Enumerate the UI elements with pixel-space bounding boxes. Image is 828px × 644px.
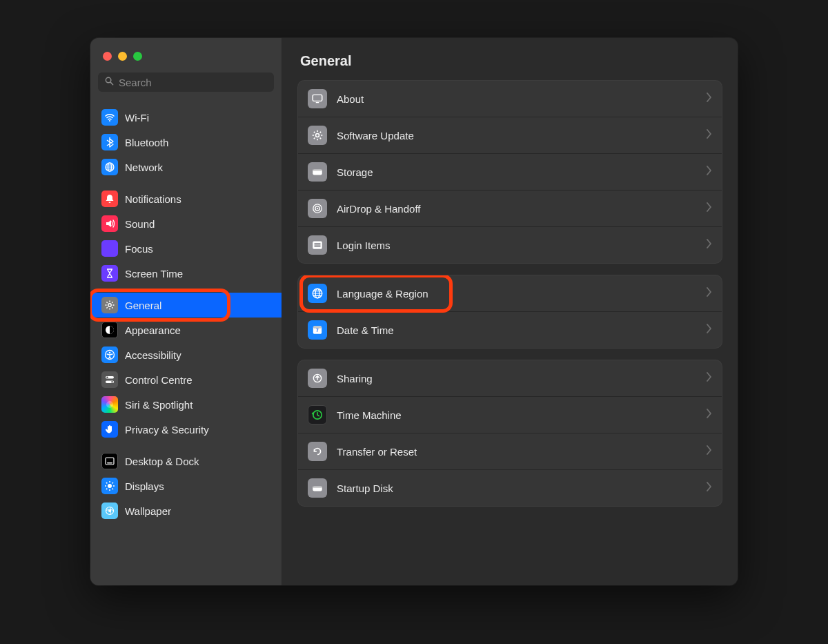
sidebar-item-privacy-security[interactable]: Privacy & Security [90, 417, 282, 442]
main-header: General [282, 38, 738, 80]
brightness-icon [101, 478, 118, 494]
sidebar-item-label: Wallpaper [125, 505, 171, 517]
close-button[interactable] [103, 52, 112, 61]
chevron-right-icon [707, 445, 712, 458]
sidebar-item-wifi[interactable]: Wi-Fi [90, 105, 282, 130]
settings-window: Wi-FiBluetoothNetworkNotificationsSoundF… [90, 38, 738, 585]
row-label: About [337, 93, 697, 105]
sidebar-item-label: Privacy & Security [125, 424, 209, 436]
siri-icon [101, 396, 118, 413]
globe-icon [101, 159, 118, 175]
row-language-region[interactable]: Language & Region [298, 275, 722, 312]
row-label: Transfer or Reset [337, 446, 697, 458]
hand-icon [101, 421, 118, 438]
calendar-icon [308, 320, 327, 340]
sidebar-item-label: Focus [125, 243, 153, 255]
sidebar-item-desktop-dock[interactable]: Desktop & Dock [90, 449, 282, 474]
sidebar-item-label: Network [125, 162, 163, 173]
chevron-right-icon [707, 324, 712, 336]
row-login-items[interactable]: Login Items [298, 227, 722, 263]
sidebar-item-displays[interactable]: Displays [90, 474, 282, 498]
sidebar-item-label: Screen Time [125, 268, 183, 280]
sidebar-item-label: Wi-Fi [125, 112, 149, 124]
settings-section: AboutSoftware UpdateStorageAirDrop & Han… [297, 80, 722, 264]
speaker-icon [101, 215, 118, 232]
sidebar-item-accessibility[interactable]: Accessibility [90, 342, 282, 367]
startup-icon [308, 478, 327, 498]
dock-icon [101, 453, 118, 469]
airdrop-icon [308, 199, 327, 218]
accessibility-icon [101, 347, 118, 363]
sidebar: Wi-FiBluetoothNetworkNotificationsSoundF… [90, 38, 282, 585]
bell-icon [101, 191, 118, 207]
row-label: Date & Time [337, 324, 697, 336]
globe-icon [308, 284, 327, 303]
row-airdrop-handoff[interactable]: AirDrop & Handoff [298, 191, 722, 227]
chevron-right-icon [707, 239, 712, 251]
sidebar-item-sound[interactable]: Sound [90, 211, 282, 236]
row-date-time[interactable]: Date & Time [298, 312, 722, 348]
chevron-right-icon [707, 166, 712, 178]
chevron-right-icon [707, 287, 712, 300]
wallpaper-icon [101, 502, 118, 519]
chevron-right-icon [707, 409, 712, 421]
chevron-right-icon [707, 482, 712, 494]
sidebar-item-label: Appearance [125, 324, 181, 336]
search-icon [104, 76, 115, 89]
row-time-machine[interactable]: Time Machine [298, 397, 722, 433]
sidebar-item-bluetooth[interactable]: Bluetooth [90, 130, 282, 155]
search-input[interactable] [119, 77, 268, 88]
sidebar-item-label: Bluetooth [125, 137, 168, 148]
timemachine-icon [308, 405, 327, 425]
sidebar-item-label: Sound [125, 218, 155, 230]
minimize-button[interactable] [118, 52, 127, 61]
sidebar-item-label: Siri & Spotlight [125, 399, 193, 411]
gear-icon [101, 297, 118, 313]
row-startup-disk[interactable]: Startup Disk [298, 470, 722, 506]
gear-icon [308, 126, 327, 145]
chevron-right-icon [707, 129, 712, 142]
sidebar-item-label: Desktop & Dock [125, 456, 199, 467]
sidebar-item-general[interactable]: General [90, 293, 282, 318]
row-about[interactable]: About [298, 81, 722, 117]
drive-icon [308, 162, 327, 182]
sidebar-item-network[interactable]: Network [90, 155, 282, 179]
sidebar-item-label: General [125, 300, 161, 311]
sidebar-item-label: Notifications [125, 193, 181, 205]
settings-section: Language & RegionDate & Time [297, 275, 722, 349]
sidebar-item-notifications[interactable]: Notifications [90, 186, 282, 211]
sidebar-item-wallpaper[interactable]: Wallpaper [90, 498, 282, 523]
sidebar-item-control-centre[interactable]: Control Centre [90, 367, 282, 392]
sidebar-item-appearance[interactable]: Appearance [90, 318, 282, 342]
row-label: Storage [337, 166, 697, 178]
row-transfer-reset[interactable]: Transfer or Reset [298, 433, 722, 470]
row-label: Time Machine [337, 409, 697, 421]
row-sharing[interactable]: Sharing [298, 360, 722, 397]
hourglass-icon [101, 265, 118, 282]
sidebar-item-label: Control Centre [125, 374, 193, 386]
chevron-right-icon [707, 202, 712, 215]
search-field[interactable] [97, 72, 275, 92]
bluetooth-icon [101, 134, 118, 150]
fullscreen-button[interactable] [133, 52, 142, 61]
row-label: Software Update [337, 130, 697, 142]
switches-icon [101, 371, 118, 388]
window-controls [90, 48, 282, 72]
row-label: Sharing [337, 373, 697, 384]
sidebar-item-siri-spotlight[interactable]: Siri & Spotlight [90, 392, 282, 417]
chevron-right-icon [707, 372, 712, 384]
sidebar-item-label: Accessibility [125, 349, 181, 361]
display-icon [308, 89, 327, 108]
sidebar-item-focus[interactable]: Focus [90, 236, 282, 261]
row-label: AirDrop & Handoff [337, 203, 697, 215]
reset-icon [308, 442, 327, 461]
row-label: Language & Region [337, 288, 697, 300]
page-title: General [300, 53, 720, 69]
settings-section: SharingTime MachineTransfer or ResetStar… [297, 360, 722, 507]
main-panel: General AboutSoftware UpdateStorageAirDr… [282, 38, 738, 585]
row-software-update[interactable]: Software Update [298, 117, 722, 154]
wifi-icon [101, 109, 118, 126]
sidebar-item-label: Displays [125, 480, 164, 492]
row-storage[interactable]: Storage [298, 154, 722, 191]
sidebar-item-screen-time[interactable]: Screen Time [90, 261, 282, 286]
